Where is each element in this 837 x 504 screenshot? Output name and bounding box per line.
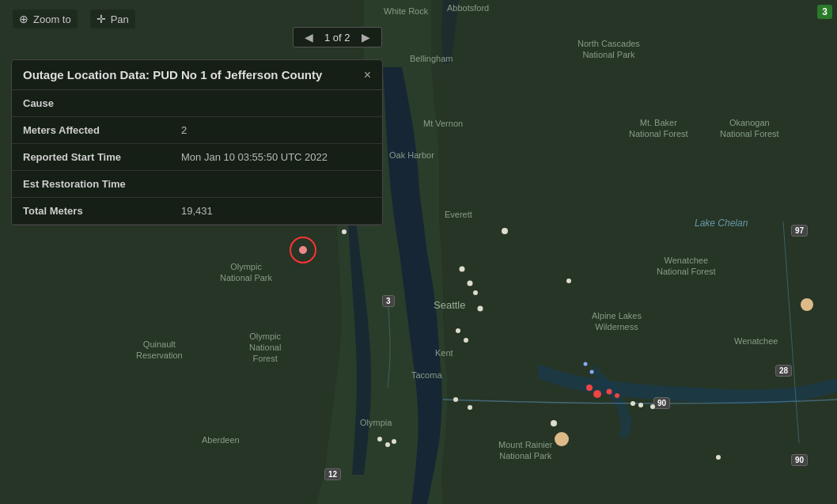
pan-button[interactable]: ✛ Pan <box>90 9 135 28</box>
highway-badge-90b: 90 <box>791 454 808 466</box>
outage-dot-23 <box>377 437 382 441</box>
top-right-badge: 3 <box>817 5 832 19</box>
zoom-to-button[interactable]: ⊕ Zoom to <box>13 9 78 28</box>
highway-badge-90a: 90 <box>653 397 670 409</box>
outage-dot-4 <box>468 281 473 286</box>
outage-dot-6 <box>478 306 483 312</box>
outage-dot-0 <box>299 246 307 254</box>
panel-cell-value-2: Mon Jan 10 03:55:50 UTC 2022 <box>170 144 382 171</box>
panel-table: Cause Meters Affected 2 Reported Start T… <box>12 90 382 225</box>
outage-dot-9 <box>464 338 468 343</box>
zoom-to-label: Zoom to <box>33 13 71 25</box>
prev-page-button[interactable]: ◀ <box>301 31 316 44</box>
outage-dot-13 <box>590 370 594 374</box>
outage-dot-17 <box>615 393 619 398</box>
outage-dot-22 <box>555 432 569 446</box>
outage-dot-24 <box>385 442 390 447</box>
highway-badge-97: 97 <box>791 225 808 237</box>
outage-dot-20 <box>650 404 655 409</box>
panel-row-3: Est Restoration Time <box>12 171 382 198</box>
pan-label: Pan <box>111 13 129 25</box>
highway-badge-28: 28 <box>775 365 792 377</box>
outage-dot-11 <box>468 405 472 410</box>
panel-cell-value-3 <box>170 171 382 198</box>
outage-dot-19 <box>638 403 643 407</box>
panel-cell-value-0 <box>170 90 382 117</box>
outage-dot-26 <box>716 455 721 460</box>
highway-badge-12: 12 <box>324 468 341 480</box>
panel-cell-value-4: 19,431 <box>170 198 382 225</box>
panel-cell-label-3: Est Restoration Time <box>12 171 170 198</box>
panel-cell-value-1: 2 <box>170 117 382 144</box>
panel-row-4: Total Meters 19,431 <box>12 198 382 225</box>
toolbar: ⊕ Zoom to ✛ Pan <box>6 6 142 32</box>
outage-dot-5 <box>473 290 478 295</box>
panel-row-0: Cause <box>12 90 382 117</box>
outage-dot-7 <box>566 279 571 283</box>
pagination-control: ◀ 1 of 2 ▶ <box>293 27 382 47</box>
highway-badge-3: 3 <box>382 295 395 307</box>
outage-dot-25 <box>392 439 396 444</box>
panel-cell-label-1: Meters Affected <box>12 117 170 144</box>
panel-header: Outage Location Data: PUD No 1 of Jeffer… <box>12 60 382 90</box>
map-label-lake-chelan: Lake Chelan <box>695 218 748 229</box>
outage-dot-18 <box>631 401 635 406</box>
outage-dot-15 <box>593 390 601 398</box>
info-panel: Outage Location Data: PUD No 1 of Jeffer… <box>11 59 383 225</box>
outage-dot-27 <box>801 298 813 311</box>
outage-dot-8 <box>456 328 460 333</box>
outage-dot-1 <box>342 229 347 234</box>
next-page-button[interactable]: ▶ <box>358 31 373 44</box>
pan-icon: ✛ <box>97 13 106 25</box>
panel-title: Outage Location Data: PUD No 1 of Jeffer… <box>23 68 322 81</box>
panel-cell-label-2: Reported Start Time <box>12 144 170 171</box>
panel-row-1: Meters Affected 2 <box>12 117 382 144</box>
panel-cell-label-0: Cause <box>12 90 170 117</box>
outage-dot-21 <box>551 420 557 426</box>
panel-cell-label-4: Total Meters <box>12 198 170 225</box>
outage-dot-14 <box>586 385 593 391</box>
outage-dot-2 <box>502 228 508 234</box>
panel-row-2: Reported Start Time Mon Jan 10 03:55:50 … <box>12 144 382 171</box>
outage-dot-10 <box>453 397 458 402</box>
outage-dot-12 <box>584 362 588 366</box>
zoom-icon: ⊕ <box>19 13 28 25</box>
page-indicator: 1 of 2 <box>320 32 355 44</box>
outage-dot-16 <box>607 389 612 395</box>
panel-close-button[interactable]: × <box>364 69 371 81</box>
outage-dot-3 <box>460 267 465 272</box>
